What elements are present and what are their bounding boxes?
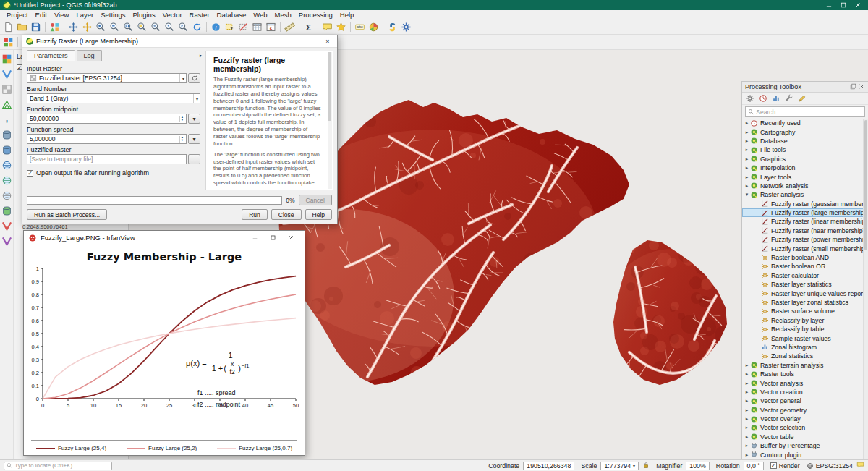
style-manager-button[interactable] (48, 20, 61, 34)
toolbox-item-raster-boolean-and[interactable]: Raster boolean AND (742, 253, 868, 262)
midpoint-spinbox[interactable]: 50,000000 ▴▾ (27, 114, 187, 124)
chevron-icon[interactable]: ▸ (744, 398, 750, 404)
add-postgis-layer-button[interactable] (0, 143, 14, 157)
run-batch-button[interactable]: Run as Batch Process... (27, 209, 107, 220)
add-delimited-text-layer-button[interactable]: , (0, 113, 14, 127)
toolbox-item-interpolation[interactable]: ▸Interpolation (742, 164, 868, 172)
add-wfs-layer-button[interactable] (0, 174, 14, 187)
coordinate-input[interactable]: 190510,266348 (523, 462, 574, 470)
menu-database[interactable]: Database (213, 11, 250, 19)
open-output-checkbox[interactable]: ✓ Open output file after running algorit… (27, 169, 200, 177)
midpoint-override-button[interactable]: ▾ (188, 114, 200, 124)
menu-view[interactable]: View (51, 11, 72, 19)
chevron-icon[interactable]: ▸ (744, 443, 750, 449)
chevron-icon[interactable]: ▾ (744, 192, 750, 198)
save-project-button[interactable] (29, 20, 43, 34)
zoom-out-button[interactable] (108, 20, 122, 34)
toolbox-item-layer-tools[interactable]: ▸Layer tools (742, 172, 868, 181)
menu-settings[interactable]: Settings (97, 11, 129, 19)
chevron-icon[interactable]: ▸ (744, 147, 750, 153)
chevron-icon[interactable]: ▸ (744, 452, 750, 458)
layer-diagrams-button[interactable] (367, 20, 380, 34)
toolbox-item-zonal-histogram[interactable]: Zonal histogram (742, 343, 868, 352)
float-panel-button[interactable] (850, 83, 856, 91)
toolbox-item-raster-boolean-or[interactable]: Raster boolean OR (742, 262, 868, 271)
zoom-full-button[interactable] (122, 20, 135, 34)
toolbox-item-raster-layer-statistics[interactable]: Raster layer statistics (742, 280, 868, 289)
zoom-last-button[interactable] (163, 20, 176, 34)
add-xyz-layer-button[interactable] (0, 189, 14, 203)
toolbox-item-fuzzify-raster-small-membership[interactable]: Fuzzify raster (small membership) (742, 244, 868, 253)
toolbox-item-zonal-statistics[interactable]: Zonal statistics (742, 352, 868, 360)
spread-spinbox[interactable]: 5,000000 ▴▾ (27, 134, 187, 144)
menu-help[interactable]: Help (336, 11, 358, 19)
toolbox-item-reclassify-by-table[interactable]: Reclassify by table (742, 325, 868, 334)
python-console-button[interactable] (386, 20, 399, 34)
iv-maximize-button[interactable] (264, 232, 282, 245)
toolbox-search-input[interactable] (756, 109, 862, 116)
crs-button[interactable]: EPSG:31254 (807, 462, 853, 470)
statistical-summary-button[interactable]: Σ (302, 20, 315, 34)
layer-labeling-button[interactable]: abc (353, 20, 367, 34)
help-collapse-arrow[interactable]: ▸ (200, 53, 203, 59)
band-number-combo[interactable]: Band 1 (Gray) ▾ (27, 93, 200, 103)
toolbox-item-vector-overlay[interactable]: ▸Vector overlay (742, 415, 868, 423)
spread-override-button[interactable]: ▾ (188, 134, 200, 144)
spinner-arrows-icon[interactable]: ▴▾ (179, 136, 184, 143)
locator-input[interactable] (14, 462, 109, 469)
chevron-icon[interactable]: ▸ (744, 425, 750, 430)
toolbox-item-reclassify-by-layer[interactable]: Reclassify by layer (742, 316, 868, 325)
add-spatialite-layer-button[interactable] (0, 128, 14, 142)
toolbox-item-fuzzify-raster-power-membership[interactable]: Fuzzify raster (power membership) (742, 235, 868, 244)
toolbox-item-graphics[interactable]: ▸Graphics (742, 155, 868, 164)
menu-plugins[interactable]: Plugins (129, 11, 158, 19)
add-vector-layer-button[interactable] (0, 67, 14, 81)
zoom-to-selection-button[interactable] (135, 20, 149, 34)
open-attribute-table-button[interactable] (250, 20, 264, 34)
menu-raster[interactable]: Raster (186, 11, 213, 19)
tree-scrollbar-thumb[interactable] (864, 120, 867, 250)
minimize-button[interactable] (822, 1, 836, 10)
chevron-icon[interactable]: ▸ (744, 120, 750, 126)
data-source-manager-button[interactable] (1, 35, 15, 49)
toolbox-item-fuzzify-raster-near-membership[interactable]: Fuzzify raster (near membership) (742, 226, 868, 235)
map-tips-button[interactable] (320, 20, 334, 34)
chevron-icon[interactable]: ▸ (744, 434, 750, 440)
edit-features-in-place-button[interactable] (796, 93, 808, 104)
toolbox-item-fuzzify-raster-linear-membership[interactable]: Fuzzify raster (linear membership) (742, 217, 868, 226)
zoom-to-layer-button[interactable] (149, 20, 163, 34)
deselect-features-button[interactable] (237, 20, 250, 34)
add-mesh-layer-button[interactable] (0, 98, 14, 111)
field-calculator-button[interactable]: ε (264, 20, 278, 34)
lock-scale-button[interactable] (642, 462, 650, 470)
toolbox-item-fuzzify-raster-large-membership[interactable]: Fuzzify raster (large membership) (742, 208, 868, 217)
toolbox-item-network-analysis[interactable]: ▸Network analysis (742, 182, 868, 190)
chevron-icon[interactable]: ▸ (744, 156, 750, 162)
processing-toolbox-button[interactable] (399, 20, 413, 34)
output-file-input[interactable]: [Save to temporary file] (27, 154, 187, 164)
chevron-icon[interactable]: ▸ (744, 381, 750, 386)
toolbox-item-raster-calculator[interactable]: Raster calculator (742, 271, 868, 280)
toolbox-item-database[interactable]: ▸Database (742, 137, 868, 145)
menu-vector[interactable]: Vector (159, 11, 186, 19)
chevron-icon[interactable]: ▸ (744, 416, 750, 422)
toolbox-item-file-tools[interactable]: ▸File tools (742, 145, 868, 154)
toolbox-item-vector-analysis[interactable]: ▸Vector analysis (742, 378, 868, 387)
messages-button[interactable] (856, 461, 864, 470)
identify-features-button[interactable]: i (209, 20, 223, 34)
toolbox-options-button[interactable] (783, 93, 795, 104)
new-shapefile-button[interactable] (0, 219, 14, 233)
help-scrollbar[interactable] (328, 52, 332, 189)
menu-layer[interactable]: Layer (72, 11, 97, 19)
pan-to-selection-button[interactable] (80, 20, 94, 34)
toolbox-item-vector-general[interactable]: ▸Vector general (742, 396, 868, 405)
toolbox-search[interactable] (745, 106, 865, 117)
select-features-button[interactable] (223, 20, 237, 34)
open-project-button[interactable] (15, 20, 29, 34)
chevron-icon[interactable]: ▸ (744, 362, 750, 368)
help-button[interactable]: Help (305, 209, 332, 220)
chevron-icon[interactable]: ▸ (744, 165, 750, 171)
pan-map-button[interactable] (67, 20, 80, 34)
toolbox-models-button[interactable] (744, 93, 756, 104)
output-browse-button[interactable]: … (188, 154, 200, 164)
